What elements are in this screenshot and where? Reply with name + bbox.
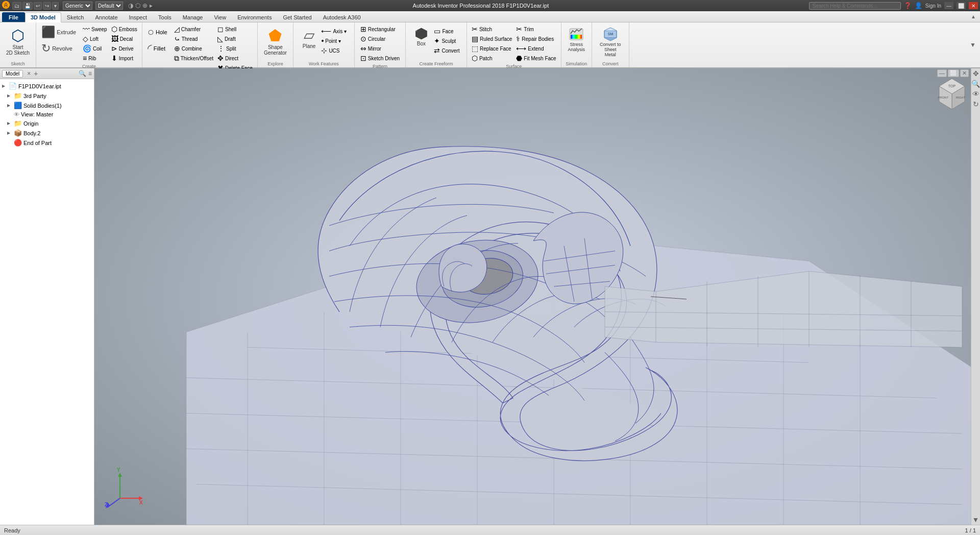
derive-btn[interactable]: ⊳ Derive	[110, 44, 139, 53]
combine-btn[interactable]: ⊕ Combine	[173, 44, 215, 53]
generic-dropdown[interactable]: Generic	[63, 2, 92, 10]
emboss-btn[interactable]: ⬡ Emboss	[110, 25, 139, 34]
axis-btn[interactable]: ⟵ Axis ▾	[320, 27, 348, 36]
undo-btn[interactable]: ↩	[34, 2, 42, 10]
replace-face-btn[interactable]: ⬚ Replace Face	[470, 44, 513, 53]
collapse-ribbon-btn[interactable]: ▲	[971, 14, 976, 19]
direct-btn[interactable]: ✥ Direct	[216, 54, 254, 63]
tree-item-solid-bodies[interactable]: ▶ 🟦 Solid Bodies(1)	[0, 101, 94, 110]
sculpt-btn[interactable]: ✦ Sculpt	[432, 36, 461, 45]
tab-get-started[interactable]: Get Started	[277, 12, 317, 22]
thread-btn[interactable]: ⤿ Thread	[173, 34, 215, 43]
viewport[interactable]: Y X Z TOP RI	[94, 68, 980, 525]
start-2d-sketch-btn[interactable]: ⬡ Start2D Sketch	[3, 25, 33, 58]
tab-a360[interactable]: Autodesk A360	[317, 12, 366, 22]
panel-close-btn[interactable]: ×	[27, 70, 31, 77]
rib-btn[interactable]: ≡ Rib	[81, 54, 109, 63]
tab-inspect[interactable]: Inspect	[124, 12, 153, 22]
patch-btn[interactable]: ⬡ Patch	[470, 54, 513, 63]
box-btn[interactable]: ⬛ Box	[411, 25, 431, 48]
point-btn[interactable]: • Point ▾	[320, 36, 348, 45]
zoom-icon[interactable]: 🔍	[971, 80, 980, 88]
ribbon-expand-btn[interactable]: ▼	[970, 41, 976, 48]
shell-btn[interactable]: ◻ Shell	[216, 25, 254, 34]
stitch-btn[interactable]: ✂ Stitch	[470, 25, 513, 34]
toolbar-icon-2[interactable]: ⬡	[135, 2, 140, 9]
help-icon[interactable]: ❓	[904, 2, 912, 9]
tree-item-body2[interactable]: ▶ 📦 Body.2	[0, 128, 94, 138]
tab-manage[interactable]: Manage	[177, 12, 209, 22]
panel-menu-icon[interactable]: ≡	[88, 70, 92, 77]
new-btn[interactable]: 🗂	[12, 2, 21, 10]
thicken-btn[interactable]: ⧉ Thicken/Offset	[173, 54, 215, 63]
coil-btn[interactable]: 🌀 Coil	[81, 44, 109, 53]
shape-generator-btn[interactable]: ⬟ ShapeGenerator	[261, 25, 290, 58]
loft-btn[interactable]: ◇ Loft	[81, 34, 109, 43]
replace-face-icon: ⬚	[472, 44, 478, 53]
tab-environments[interactable]: Environments	[232, 12, 277, 22]
minimize-btn[interactable]: —	[944, 2, 953, 9]
look-at-icon[interactable]: 👁	[972, 90, 979, 98]
toolbar-icon-3[interactable]: ⊕	[142, 2, 148, 9]
stress-analysis-btn[interactable]: StressAnalysis	[565, 25, 588, 54]
close-btn[interactable]: ✕	[969, 2, 978, 9]
extend-btn[interactable]: ⟷ Extend	[514, 44, 557, 53]
tab-file[interactable]: File	[2, 12, 25, 22]
chamfer-icon: ◿	[174, 25, 180, 33]
tab-3dmodel[interactable]: 3D Model	[25, 12, 61, 22]
tree-item-end-of-part[interactable]: 🔴 End of Part	[0, 138, 94, 148]
tree-item-view-master[interactable]: 👁 View: Master	[0, 110, 94, 118]
fit-mesh-face-btn[interactable]: ⬣ Fit Mesh Face	[514, 54, 557, 63]
viewport-close-btn[interactable]: ✕	[960, 69, 969, 77]
viewport-maximize-btn[interactable]: ⬜	[948, 69, 959, 77]
fillet-btn[interactable]: ◜ Fillet	[145, 41, 169, 56]
tree-icon-origin: 📁	[14, 119, 22, 127]
circular-btn[interactable]: ⊙ Circular	[359, 34, 401, 43]
plane-btn[interactable]: ▱ Plane	[300, 25, 319, 51]
draft-btn[interactable]: ◺ Draft	[216, 34, 254, 43]
sign-in-btn[interactable]: Sign In	[925, 3, 941, 9]
import-btn[interactable]: ⬇ Import	[110, 54, 139, 63]
search-input[interactable]	[809, 2, 901, 10]
split-btn[interactable]: ⋮ Split	[216, 44, 254, 53]
hole-btn[interactable]: ○ Hole	[145, 25, 169, 40]
viewport-minimize-btn[interactable]: —	[937, 69, 947, 77]
rectangular-btn[interactable]: ⊞ Rectangular	[359, 25, 401, 34]
tree-item-file[interactable]: ▶ 📄 F1P1D0V1ear.ipt	[0, 81, 94, 91]
convert-freeform-btn[interactable]: ⇄ Convert	[432, 46, 461, 55]
chamfer-btn[interactable]: ◿ Chamfer	[173, 25, 215, 34]
mirror-btn[interactable]: ⇔ Mirror	[359, 44, 401, 53]
redo-btn[interactable]: ↪	[43, 2, 51, 10]
maximize-btn[interactable]: ⬜	[957, 2, 966, 9]
ruled-surface-btn[interactable]: ▤ Ruled Surface	[470, 34, 513, 43]
extrude-btn[interactable]: ⬛ Extrude	[39, 25, 78, 40]
community-icon[interactable]: 👤	[915, 2, 922, 9]
pan-icon[interactable]: ✥	[973, 69, 979, 78]
repair-bodies-btn[interactable]: ⚕ Repair Bodies	[514, 34, 557, 43]
tab-tools[interactable]: Tools	[153, 12, 177, 22]
convert-sheet-metal-btn[interactable]: SM Convert toSheet Metal	[595, 25, 626, 59]
face-btn[interactable]: ▭ Face	[432, 27, 461, 36]
ucs-btn[interactable]: ⊹ UCS	[320, 46, 348, 55]
sweep-btn[interactable]: 〰 Sweep	[81, 25, 109, 34]
scroll-down-icon[interactable]: ▼	[972, 516, 979, 524]
toolbar-icon-1[interactable]: ◑	[128, 2, 133, 9]
model-tab[interactable]: Model	[2, 70, 23, 78]
sketch-driven-btn[interactable]: ⊡ Sketch Driven	[359, 54, 401, 63]
panel-header: Model × + 🔍 ≡	[0, 68, 94, 79]
default-dropdown[interactable]: Default	[95, 2, 123, 10]
save-btn[interactable]: 💾	[22, 2, 33, 10]
revolve-btn[interactable]: ↻ Revolve	[39, 41, 78, 56]
tab-view[interactable]: View	[208, 12, 232, 22]
tab-annotate[interactable]: Annotate	[90, 12, 124, 22]
nav-cube[interactable]: TOP RIGHT FRONT	[934, 76, 970, 112]
tree-item-origin[interactable]: ▶ 📁 Origin	[0, 118, 94, 128]
tab-sketch[interactable]: Sketch	[61, 12, 90, 22]
panel-search-icon[interactable]: 🔍	[79, 70, 86, 77]
decal-btn[interactable]: 🖼 Decal	[110, 34, 139, 43]
tree-item-3rd-party[interactable]: ▶ 📁 3rd Party	[0, 91, 94, 101]
panel-add-btn[interactable]: +	[34, 69, 38, 78]
rotate-icon[interactable]: ↻	[973, 100, 979, 108]
trim-btn[interactable]: ✂ Trim	[514, 25, 557, 34]
qa-more-btn[interactable]: ▾	[52, 2, 59, 10]
